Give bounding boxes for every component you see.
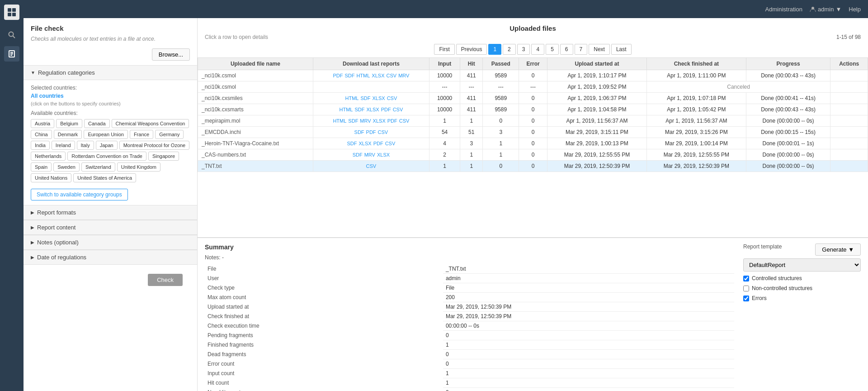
table-row[interactable]: _nci10k.csmol------------Apr 1, 2019, 1:… [198,81,868,93]
country-tag-singapore[interactable]: Singapore [148,152,179,161]
country-tag-rotterdam-convention-on-trade[interactable]: Rotterdam Convention on Trade [67,152,146,161]
page-last[interactable]: Last [611,44,632,55]
table-row[interactable]: _EMCDDA.inchiSDFPDFCSV545130Mar 29, 2019… [198,127,868,138]
country-tag-italy[interactable]: Italy [77,141,94,150]
checkbox-non-controlled-structures[interactable] [743,286,749,291]
country-tag-austria[interactable]: Austria [31,119,54,128]
checkbox-errors[interactable] [743,296,749,301]
country-tag-united-kingdom[interactable]: United Kingdom [117,162,160,172]
summary-label: Non-Hit count [205,388,443,391]
country-tag-european-union[interactable]: European Union [84,130,128,139]
check-button[interactable]: Check [148,274,183,286]
download-pdf-link[interactable]: PDF [333,73,343,78]
download-pdf-link[interactable]: PDF [366,129,376,135]
download-sdf-link[interactable]: SDF [347,141,357,146]
download-csv-link[interactable]: CSV [366,163,377,169]
regulation-categories-header[interactable]: ▼ Regulation categories [24,65,197,80]
table-row[interactable]: _CAS-numbers.txtSDFMRVXLSX2110Mar 29, 20… [198,149,868,161]
country-tag-spain[interactable]: Spain [31,162,52,172]
download-pdf-link[interactable]: PDF [373,141,383,146]
country-tag-sweden[interactable]: Sweden [53,162,80,172]
download-html-link[interactable]: HTML [340,107,353,112]
country-tag-india[interactable]: India [31,141,50,150]
download-xlsx-link[interactable]: XLSX [373,118,386,124]
page-6[interactable]: 6 [560,44,573,55]
page-next[interactable]: Next [589,44,610,55]
country-tag-ireland[interactable]: Ireland [52,141,75,150]
country-tag-chemical-weapons-convention[interactable]: Chemical Weapons Convention [112,119,189,128]
country-tag-belgium[interactable]: Belgium [56,119,82,128]
page-first[interactable]: First [434,44,454,55]
page-1[interactable]: 1 [488,44,501,55]
download-mrv-link[interactable]: MRV [398,73,409,78]
table-row[interactable]: _Heroin-TNT-Viagra-Cocaine.txtSDFXLSXPDF… [198,138,868,149]
table-row[interactable]: _nci10k.csmolPDFSDFHTMLXLSXCSVMRV1000041… [198,70,868,81]
download-xlsx-link[interactable]: XLSX [372,73,384,78]
download-csv-link[interactable]: CSV [399,118,410,124]
country-tag-canada[interactable]: Canada [84,119,110,128]
browse-row: Browse... [24,47,197,65]
report-content-header[interactable]: ▶ Report content [24,220,197,235]
download-csv-link[interactable]: CSV [385,141,396,146]
country-tag-switzerland[interactable]: Switzerland [81,162,115,172]
page-3[interactable]: 3 [517,44,530,55]
checkbox-row-errors: Errors [743,295,861,301]
col-uploaded-file-name: Uploaded file name [198,58,313,70]
generate-button[interactable]: Generate ▼ [815,243,861,256]
download-xlsx-link[interactable]: XLSX [372,95,385,101]
date-regulations-header[interactable]: ▶ Date of regulations [24,250,197,265]
country-tag-united-nations[interactable]: United Nations [31,173,71,182]
download-xlsx-link[interactable]: XLSX [366,107,379,112]
notes-header[interactable]: ▶ Notes (optional) [24,235,197,250]
country-tag-united-states-of-america[interactable]: United States of America [73,173,136,182]
admin-menu[interactable]: admin ▼ [810,6,841,13]
nav-file-icon[interactable] [4,46,19,62]
country-tag-germany[interactable]: Germany [155,130,184,139]
summary-value: admin [443,274,734,283]
download-csv-link[interactable]: CSV [387,73,397,78]
error-cell: 0 [519,70,547,81]
template-select[interactable]: DefaultReport [743,258,861,272]
download-html-link[interactable]: HTML [356,73,370,78]
download-xlsx-link[interactable]: XLSX [377,152,390,157]
page-4[interactable]: 4 [531,44,544,55]
country-tag-montreal-protocol-for-ozone[interactable]: Montreal Protocol for Ozone [119,141,190,150]
summary-row: Max atom count200 [205,293,734,302]
download-sdf-link[interactable]: SDF [353,152,363,157]
download-mrv-link[interactable]: MRV [364,152,375,157]
download-pdf-link[interactable]: PDF [387,118,397,124]
download-xlsx-link[interactable]: XLSX [359,141,372,146]
table-row[interactable]: _mepirapim.molHTMLSDFMRVXLSXPDFCSV1100Ap… [198,115,868,127]
country-tag-france[interactable]: France [130,130,153,139]
checkbox-controlled-structures[interactable] [743,276,749,281]
country-tag-netherlands[interactable]: Netherlands [31,152,66,161]
switch-category-groups-button[interactable]: Switch to available category groups [31,189,128,200]
table-row[interactable]: _TNT.txtCSV1100Mar 29, 2019, 12:50:39 PM… [198,161,868,172]
country-tag-denmark[interactable]: Denmark [54,130,82,139]
download-sdf-link[interactable]: SDF [354,107,364,112]
download-csv-link[interactable]: CSV [378,129,388,135]
download-csv-link[interactable]: CSV [393,107,403,112]
download-csv-link[interactable]: CSV [387,95,397,101]
country-tag-china[interactable]: China [31,130,52,139]
download-html-link[interactable]: HTML [345,95,359,101]
report-formats-header[interactable]: ▶ Report formats [24,205,197,220]
page-5[interactable]: 5 [546,44,559,55]
help-link[interactable]: Help [849,6,861,13]
download-pdf-link[interactable]: PDF [381,107,391,112]
browse-button[interactable]: Browse... [152,48,190,61]
download-sdf-link[interactable]: SDF [354,129,364,135]
download-mrv-link[interactable]: MRV [360,118,371,124]
download-sdf-link[interactable]: SDF [360,95,370,101]
download-sdf-link[interactable]: SDF [348,118,358,124]
download-html-link[interactable]: HTML [333,118,346,124]
country-tag-japan[interactable]: Japan [96,141,118,150]
page-7[interactable]: 7 [575,44,588,55]
table-row[interactable]: _nci10k.cxsmilesHTMLSDFXLSXCSV1000041195… [198,93,868,104]
download-sdf-link[interactable]: SDF [344,73,354,78]
administration-link[interactable]: Administration [765,6,802,13]
nav-search-icon[interactable] [4,27,19,43]
page-prev[interactable]: Previous [456,44,487,55]
table-row[interactable]: _nci10k.cxsmartsHTMLSDFXLSXPDFCSV1000041… [198,104,868,115]
page-2[interactable]: 2 [503,44,516,55]
